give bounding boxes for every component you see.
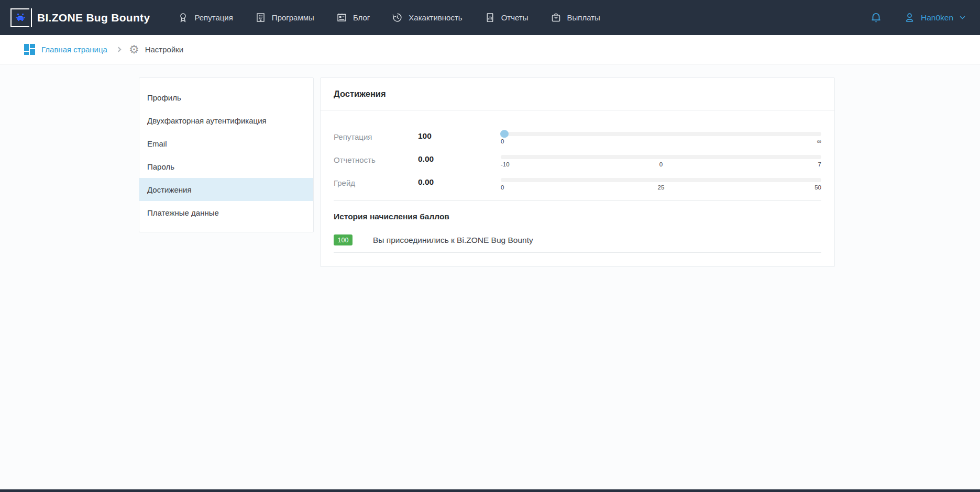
reporting-slider: -10 0 7 — [501, 154, 821, 167]
metric-row-grade: Грейд 0.00 0 25 50 — [334, 177, 821, 191]
nav-item-programs[interactable]: Программы — [244, 0, 325, 35]
sidebar-item-label: Платежные данные — [147, 208, 219, 217]
slider-track — [501, 178, 821, 182]
scale-mid-label: 25 — [656, 184, 666, 191]
nav-item-label: Хакактивность — [409, 13, 462, 22]
nav-item-hackactivity[interactable]: Хакактивность — [381, 0, 473, 35]
scale-min-label: -10 — [501, 161, 511, 167]
building-icon — [255, 12, 266, 23]
sidebar-item-label: Двухфакторная аутентификация — [147, 116, 267, 125]
sidebar-item-password[interactable]: Пароль — [139, 155, 313, 178]
history-entry-text: Вы присоединились к Bi.ZONE Bug Bounty — [373, 236, 533, 245]
settings-sidebar: Профиль Двухфакторная аутентификация Ema… — [139, 77, 314, 232]
scale-max-label: ∞ — [811, 138, 821, 144]
blog-icon — [336, 12, 347, 23]
metric-value: 0.00 — [418, 154, 501, 164]
sidebar-item-profile[interactable]: Профиль — [139, 86, 313, 109]
achievements-panel: Достижения Репутация 100 0 ∞ Отчетн — [320, 77, 835, 267]
gear-icon: ⚙ — [129, 44, 139, 55]
scale-max-label: 7 — [811, 161, 821, 167]
metric-value: 0.00 — [418, 177, 501, 187]
window-bottom-edge — [0, 489, 980, 492]
scale-min-label: 0 — [501, 184, 511, 191]
username-label: Han0ken — [921, 13, 953, 23]
user-icon — [904, 12, 916, 24]
breadcrumb: Главная страница ⚙ Настройки — [0, 35, 980, 64]
brand-title: BI.ZONE Bug Bounty — [37, 12, 150, 24]
metric-label: Репутация — [334, 131, 418, 141]
sidebar-item-payment-details[interactable]: Платежные данные — [139, 201, 313, 224]
main-menu: Репутация Программы — [167, 0, 611, 35]
metrics-section: Репутация 100 0 ∞ Отчетность 0.00 — [321, 110, 834, 253]
sidebar-item-label: Профиль — [147, 93, 181, 102]
history-section-title: История начисления баллов — [334, 212, 821, 221]
metric-label: Грейд — [334, 177, 418, 187]
history-icon — [392, 12, 403, 23]
user-menu[interactable]: Han0ken — [904, 12, 966, 24]
dashboard-grid-icon — [24, 44, 35, 55]
nav-item-reports[interactable]: Отчеты — [474, 0, 539, 35]
nav-item-reputation[interactable]: Репутация — [167, 0, 244, 35]
metric-label: Отчетность — [334, 154, 418, 164]
scale-mid-label — [656, 138, 666, 144]
reputation-slider: 0 ∞ — [501, 131, 821, 144]
scale-max-label: 50 — [811, 184, 821, 191]
sidebar-item-email[interactable]: Email — [139, 132, 313, 155]
metric-row-reporting: Отчетность 0.00 -10 0 7 — [334, 154, 821, 167]
breadcrumb-home-label: Главная страница — [41, 45, 107, 54]
nav-item-label: Отчеты — [501, 13, 528, 22]
grade-slider: 0 25 50 — [501, 177, 821, 191]
scale-mid-label: 0 — [656, 161, 666, 167]
brand-logo[interactable]: BI.ZONE Bug Bounty — [10, 8, 150, 27]
report-icon — [485, 12, 495, 23]
nav-item-label: Блог — [353, 13, 370, 22]
scale-min-label: 0 — [501, 138, 511, 144]
medal-icon — [178, 12, 189, 23]
metric-value: 100 — [418, 131, 501, 141]
history-entry: 100 Вы присоединились к Bi.ZONE Bug Boun… — [334, 234, 821, 253]
nav-item-blog[interactable]: Блог — [325, 0, 381, 35]
metric-row-reputation: Репутация 100 0 ∞ — [334, 131, 821, 144]
breadcrumb-chevron-icon — [116, 47, 121, 52]
top-navbar: BI.ZONE Bug Bounty Репутация — [0, 0, 980, 35]
panel-title: Достижения — [321, 78, 834, 110]
section-divider — [334, 200, 821, 201]
sidebar-item-achievements[interactable]: Достижения — [139, 178, 313, 201]
slider-track — [501, 132, 821, 136]
nav-item-label: Программы — [272, 13, 314, 22]
breadcrumb-home-link[interactable]: Главная страница — [24, 44, 107, 55]
nav-item-label: Репутация — [194, 13, 233, 22]
slider-knob[interactable] — [500, 130, 509, 138]
notifications-bell-icon[interactable] — [869, 11, 883, 24]
breadcrumb-current-label: Настройки — [145, 45, 184, 54]
sidebar-item-2fa[interactable]: Двухфакторная аутентификация — [139, 109, 313, 132]
sidebar-item-label: Достижения — [147, 185, 192, 194]
nav-item-payouts[interactable]: Выплаты — [539, 0, 611, 35]
slider-track — [501, 155, 821, 159]
slider-scale: 0 25 50 — [501, 184, 821, 191]
bug-logo-icon — [10, 8, 29, 27]
payout-icon — [550, 12, 561, 23]
chevron-down-icon — [959, 14, 966, 21]
sidebar-item-label: Пароль — [147, 162, 174, 171]
sidebar-item-label: Email — [147, 139, 167, 148]
navbar-right: Han0ken — [869, 11, 966, 24]
slider-scale: 0 ∞ — [501, 138, 821, 144]
points-badge: 100 — [334, 234, 353, 245]
content-area: Профиль Двухфакторная аутентификация Ema… — [0, 64, 980, 267]
nav-item-label: Выплаты — [567, 13, 600, 22]
slider-scale: -10 0 7 — [501, 161, 821, 167]
